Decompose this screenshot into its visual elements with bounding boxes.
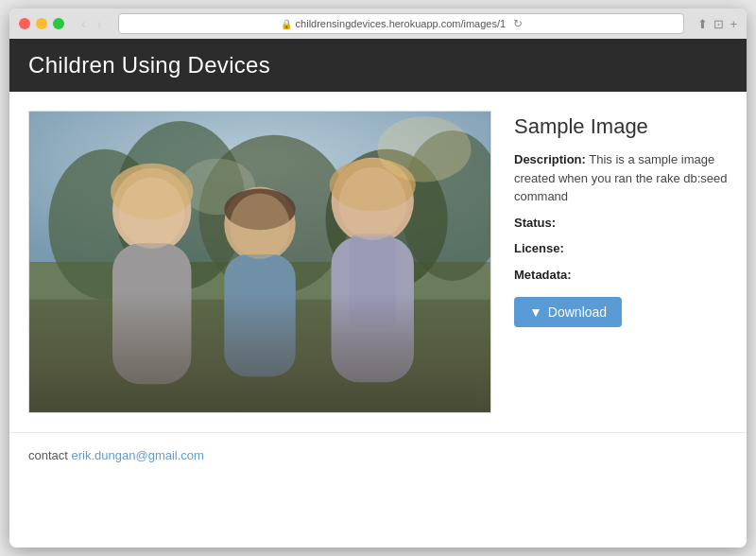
- url-text: childrensingdevices.herokuapp.com/images…: [296, 18, 507, 29]
- back-button[interactable]: ‹: [77, 14, 90, 33]
- lock-icon: 🔒: [281, 19, 292, 29]
- description-row: Description: This is a sample image crea…: [514, 150, 728, 206]
- svg-rect-2: [30, 300, 490, 412]
- description-label: Description:: [514, 152, 586, 166]
- contact-email-link[interactable]: erik.dungan@gmail.com: [72, 448, 204, 462]
- download-icon: ▼: [529, 304, 542, 320]
- status-row: Status:: [514, 214, 728, 233]
- photo-image: [29, 112, 490, 412]
- svg-rect-13: [224, 254, 296, 376]
- app-header: Children Using Devices: [9, 39, 747, 92]
- metadata-label: Metadata:: [514, 268, 572, 282]
- download-label: Download: [548, 304, 607, 320]
- download-button[interactable]: ▼ Download: [514, 297, 622, 327]
- svg-rect-10: [112, 243, 191, 384]
- address-bar[interactable]: 🔒 childrensingdevices.herokuapp.com/imag…: [118, 13, 684, 34]
- browser-window: ‹ › 🔒 childrensingdevices.herokuapp.com/…: [9, 9, 747, 547]
- svg-point-19: [377, 116, 471, 182]
- contact-label: contact: [28, 448, 68, 462]
- toolbar-right: ⬆ ⊡ +: [697, 17, 737, 31]
- metadata-row: Metadata:: [514, 266, 728, 285]
- page-footer: contact erik.dungan@gmail.com: [9, 432, 747, 478]
- reader-view-button[interactable]: ⊡: [713, 17, 724, 31]
- svg-point-21: [230, 193, 290, 259]
- title-bar: ‹ › 🔒 childrensingdevices.herokuapp.com/…: [9, 9, 747, 39]
- forward-button[interactable]: ›: [94, 14, 106, 33]
- svg-point-22: [338, 167, 406, 241]
- new-tab-button[interactable]: +: [730, 17, 737, 31]
- main-content: Sample Image Description: This is a samp…: [9, 92, 747, 432]
- reload-button[interactable]: ↻: [513, 17, 523, 30]
- page-content: Children Using Devices: [9, 39, 747, 547]
- close-button[interactable]: [19, 18, 30, 29]
- share-button[interactable]: ⬆: [697, 17, 708, 31]
- info-panel: Sample Image Description: This is a samp…: [514, 111, 728, 327]
- license-row: License:: [514, 239, 728, 258]
- license-label: License:: [514, 241, 564, 255]
- status-label: Status:: [514, 216, 556, 230]
- minimize-button[interactable]: [36, 18, 47, 29]
- maximize-button[interactable]: [53, 18, 64, 29]
- svg-point-20: [119, 178, 185, 250]
- svg-rect-18: [349, 234, 396, 327]
- image-title: Sample Image: [514, 114, 728, 139]
- app-title: Children Using Devices: [28, 52, 728, 78]
- nav-buttons: ‹ ›: [77, 14, 105, 33]
- image-container: [28, 111, 491, 413]
